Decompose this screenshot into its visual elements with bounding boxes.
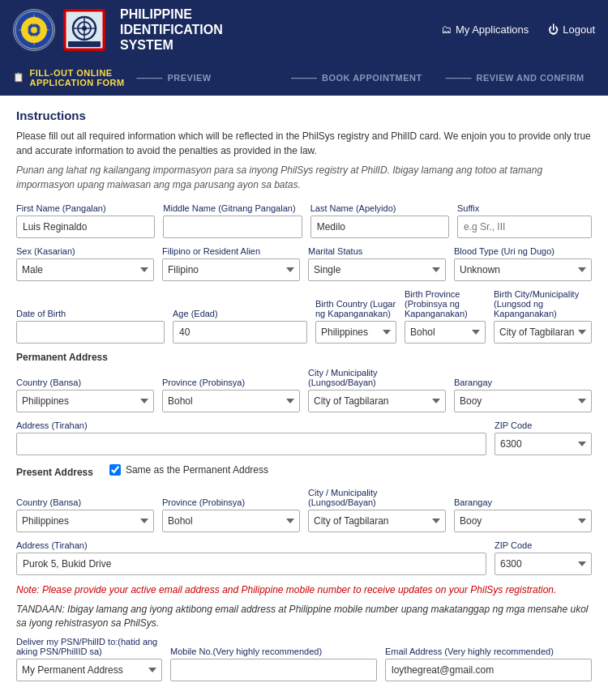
delivery-contact-row: Deliver my PSN/PhilID to:(hatid ang akin…: [16, 637, 592, 681]
pres-country-select[interactable]: Philippines: [16, 510, 154, 532]
folder-icon: 🗂: [441, 23, 452, 36]
perm-zip-label: ZIP Code: [495, 420, 592, 430]
birth-country-select[interactable]: Philippines: [315, 321, 396, 344]
perm-address-label: Address (Tirahan): [16, 420, 486, 430]
suffix-group: Suffix: [457, 203, 592, 238]
birth-city-select[interactable]: City of Tagbilaran: [494, 321, 592, 344]
perm-city-label: City / Municipality (Lungsod/Bayan): [308, 368, 446, 387]
logout-link[interactable]: ⏻ Logout: [548, 23, 595, 36]
pres-province-select[interactable]: Bohol: [162, 510, 300, 532]
filipino-group: Filipino or Resident Alien Filipino Resi…: [162, 246, 300, 281]
pres-zip-select[interactable]: 6300: [495, 553, 592, 575]
suffix-input[interactable]: [457, 216, 592, 238]
dob-group: Date of Birth: [16, 309, 165, 344]
pres-address-input[interactable]: [16, 553, 486, 575]
pres-country-group: Country (Bansa) Philippines: [16, 497, 154, 532]
same-address-group: Same as the Permanent Address: [109, 464, 268, 476]
pres-province-label: Province (Probinsya): [162, 497, 300, 507]
suffix-label: Suffix: [457, 203, 592, 213]
perm-province-label: Province (Probinsya): [162, 378, 300, 387]
mobile-group: Mobile No.(Very highly recommended): [170, 647, 377, 681]
form-icon: 📋: [13, 72, 25, 83]
birth-row: Date of Birth Age (Edad) Birth Country (…: [16, 289, 592, 344]
logout-icon: ⏻: [548, 23, 559, 36]
birth-province-select[interactable]: Bohol: [405, 321, 486, 344]
progress-bar: 📋 FILL-OUT ONLINE APPLICATION FORM —— PR…: [0, 60, 608, 96]
header-navigation: 🗂 My Applications ⏻ Logout: [441, 23, 595, 36]
birth-country-group: Birth Country (Lugar ng Kapanganakan) Ph…: [315, 299, 396, 344]
permanent-address-row2: Address (Tirahan) ZIP Code 6300: [16, 420, 592, 455]
pres-zip-group: ZIP Code 6300: [495, 540, 592, 575]
marital-select[interactable]: Single Married Widowed Separated: [308, 258, 446, 281]
same-address-checkbox[interactable]: [109, 464, 121, 476]
perm-address-input[interactable]: [16, 433, 486, 455]
connector-3: ——: [446, 70, 472, 85]
age-input[interactable]: [173, 321, 307, 344]
present-address-header: Present Address Same as the Permanent Ad…: [16, 463, 592, 483]
marital-label: Marital Status: [308, 246, 446, 256]
registration-note-fil: TANDAAN: Ibigay lamang ang iyong aktibon…: [16, 603, 592, 630]
delivery-select[interactable]: My Permanent Address: [16, 659, 162, 681]
pres-barangay-group: Barangay Booy: [454, 497, 592, 532]
perm-address-group: Address (Tirahan): [16, 420, 486, 455]
birth-city-group: Birth City/Municipality (Lungsod ng Kapa…: [494, 289, 592, 344]
present-address-row2: Address (Tirahan) ZIP Code 6300: [16, 540, 592, 575]
last-name-group: Last Name (Apelyido): [310, 203, 449, 238]
logo-area: PHILIPPINE IDENTIFICATION SYSTEM: [13, 6, 223, 53]
first-name-group: First Name (Pangalan): [16, 203, 155, 238]
perm-barangay-group: Barangay Booy: [454, 378, 592, 412]
last-name-input[interactable]: [310, 216, 449, 238]
middle-name-input[interactable]: [163, 216, 302, 238]
perm-province-select[interactable]: Bohol: [162, 390, 300, 412]
connector-2: ——: [291, 70, 317, 85]
pres-country-label: Country (Bansa): [16, 497, 154, 507]
filipino-select[interactable]: Filipino Resident Alien: [162, 258, 300, 281]
perm-country-group: Country (Bansa) Philippines: [16, 378, 154, 412]
pres-zip-label: ZIP Code: [495, 540, 592, 550]
pres-city-group: City / Municipality (Lungsod/Bayan) City…: [308, 488, 446, 532]
government-logo: [13, 9, 55, 51]
marital-group: Marital Status Single Married Widowed Se…: [308, 246, 446, 281]
instructions-text-fil: Punan ang lahat ng kailangang impormasyo…: [16, 163, 592, 192]
middle-name-group: Middle Name (Gitnang Pangalan): [163, 203, 302, 238]
delivery-label: Deliver my PSN/PhilID to:(hatid ang akin…: [16, 637, 162, 656]
sex-select[interactable]: Male Female: [16, 258, 154, 281]
instructions-title: Instructions: [16, 109, 592, 122]
perm-zip-select[interactable]: 6300: [495, 433, 592, 455]
perm-barangay-label: Barangay: [454, 378, 592, 387]
perm-city-group: City / Municipality (Lungsod/Bayan) City…: [308, 368, 446, 412]
step-book-appointment: BOOK APPOINTMENT: [322, 73, 441, 83]
mobile-input[interactable]: [170, 659, 377, 681]
pres-city-select[interactable]: City of Tagbilaran: [308, 510, 446, 532]
blood-type-select[interactable]: Unknown A+ A- B+ B- AB+ AB- O+ O-: [454, 258, 592, 281]
first-name-input[interactable]: [16, 216, 155, 238]
header: PHILIPPINE IDENTIFICATION SYSTEM 🗂 My Ap…: [0, 0, 608, 60]
my-applications-link[interactable]: 🗂 My Applications: [441, 23, 529, 36]
perm-city-select[interactable]: City of Tagbilaran: [308, 390, 446, 412]
pres-province-group: Province (Probinsya) Bohol: [162, 497, 300, 532]
sex-group: Sex (Kasarian) Male Female: [16, 246, 154, 281]
perm-country-label: Country (Bansa): [16, 378, 154, 387]
sex-label: Sex (Kasarian): [16, 246, 154, 256]
birth-province-group: Birth Province (Probinsya ng Kapanganaka…: [405, 289, 486, 344]
pres-address-label: Address (Tirahan): [16, 540, 486, 550]
middle-name-label: Middle Name (Gitnang Pangalan): [163, 203, 302, 213]
blood-type-label: Blood Type (Uri ng Dugo): [454, 246, 592, 256]
last-name-label: Last Name (Apelyido): [310, 203, 449, 213]
perm-country-select[interactable]: Philippines: [16, 390, 154, 412]
instructions-section: Instructions Please fill out all require…: [16, 109, 592, 192]
perm-barangay-select[interactable]: Booy: [454, 390, 592, 412]
birth-city-label: Birth City/Municipality (Lungsod ng Kapa…: [494, 289, 592, 318]
email-input[interactable]: [385, 659, 592, 681]
dob-input[interactable]: [16, 321, 165, 344]
step-review-confirm: REVIEW AND CONFIRM: [477, 73, 596, 83]
philsys-logo: [63, 9, 105, 51]
mobile-label: Mobile No.(Very highly recommended): [170, 647, 377, 656]
birth-province-label: Birth Province (Probinsya ng Kapanganaka…: [405, 289, 486, 318]
present-address-row1: Country (Bansa) Philippines Province (Pr…: [16, 488, 592, 532]
svg-point-3: [31, 27, 37, 33]
age-group: Age (Edad): [173, 309, 307, 344]
step-preview: PREVIEW: [168, 73, 287, 83]
pres-barangay-select[interactable]: Booy: [454, 510, 592, 532]
demographics-row: Sex (Kasarian) Male Female Filipino or R…: [16, 246, 592, 281]
